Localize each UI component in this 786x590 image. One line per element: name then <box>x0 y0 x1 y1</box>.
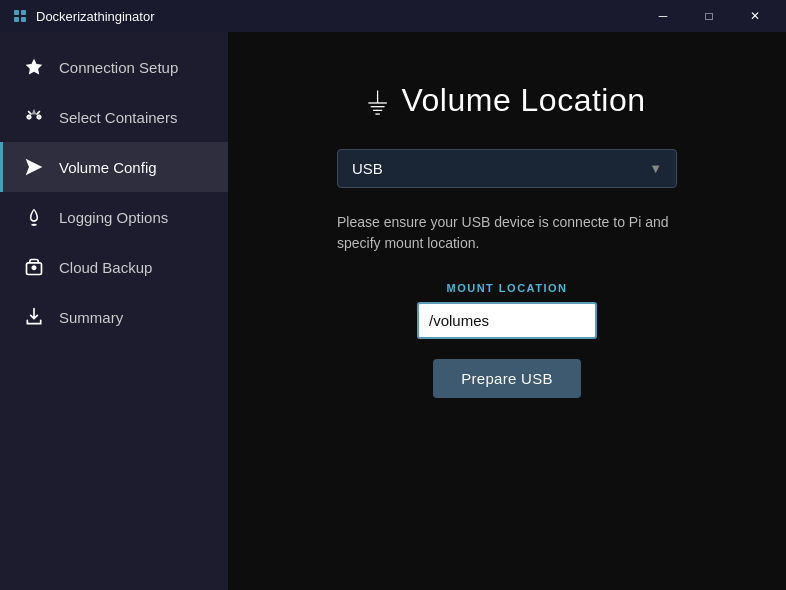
sidebar-label-volume-config: Volume Config <box>59 159 157 176</box>
page-title: Volume Location <box>401 82 645 119</box>
title-bar-left: Dockerizathinginator <box>12 8 155 24</box>
sidebar-item-select-containers[interactable]: Select Containers <box>0 92 228 142</box>
sidebar-label-summary: Summary <box>59 309 123 326</box>
download-icon <box>23 306 45 328</box>
sidebar-item-connection-setup[interactable]: Connection Setup <box>0 42 228 92</box>
mount-location-label: MOUNT LOCATION <box>446 282 567 294</box>
svg-marker-7 <box>26 159 43 176</box>
svg-line-10 <box>34 225 37 226</box>
paper-plane-icon <box>23 156 45 178</box>
svg-line-6 <box>37 111 40 114</box>
title-bar-controls: ─ □ ✕ <box>640 0 778 32</box>
wrench-icon <box>23 256 45 278</box>
star-icon <box>23 56 45 78</box>
sidebar-item-logging-options[interactable]: Logging Options <box>0 192 228 242</box>
svg-line-5 <box>28 111 31 114</box>
main-content: ⏚ Volume Location USB ▼ Please ensure yo… <box>228 32 786 590</box>
sidebar-item-volume-config[interactable]: Volume Config <box>0 142 228 192</box>
page-header: ⏚ Volume Location <box>368 82 645 119</box>
sidebar-item-cloud-backup[interactable]: Cloud Backup <box>0 242 228 292</box>
sidebar-label-select-containers: Select Containers <box>59 109 177 126</box>
svg-rect-1 <box>21 10 26 15</box>
dropdown-value: USB <box>352 160 383 177</box>
description-text: Please ensure your USB device is connect… <box>337 212 677 254</box>
sidebar-label-connection-setup: Connection Setup <box>59 59 178 76</box>
mount-location-input[interactable] <box>417 302 597 339</box>
sidebar: Connection Setup Select Containers Volum… <box>0 32 228 590</box>
title-bar: Dockerizathinginator ─ □ ✕ <box>0 0 786 32</box>
svg-rect-3 <box>21 17 26 22</box>
close-button[interactable]: ✕ <box>732 0 778 32</box>
svg-rect-2 <box>14 17 19 22</box>
sidebar-item-summary[interactable]: Summary <box>0 292 228 342</box>
svg-marker-4 <box>26 59 43 75</box>
app-title: Dockerizathinginator <box>36 9 155 24</box>
usb-icon: ⏚ <box>368 82 387 119</box>
app-icon <box>12 8 28 24</box>
volume-type-dropdown[interactable]: USB ▼ <box>337 149 677 188</box>
maximize-button[interactable]: □ <box>686 0 732 32</box>
svg-line-9 <box>32 225 35 226</box>
chevron-down-icon: ▼ <box>649 161 662 176</box>
minimize-button[interactable]: ─ <box>640 0 686 32</box>
mount-section: MOUNT LOCATION Prepare USB <box>337 282 677 398</box>
prepare-usb-button[interactable]: Prepare USB <box>433 359 581 398</box>
scissors-icon <box>23 106 45 128</box>
dropdown-wrapper: USB ▼ <box>337 149 677 188</box>
rocket-icon <box>23 206 45 228</box>
svg-rect-0 <box>14 10 19 15</box>
app-container: Connection Setup Select Containers Volum… <box>0 32 786 590</box>
sidebar-label-logging-options: Logging Options <box>59 209 168 226</box>
sidebar-label-cloud-backup: Cloud Backup <box>59 259 152 276</box>
